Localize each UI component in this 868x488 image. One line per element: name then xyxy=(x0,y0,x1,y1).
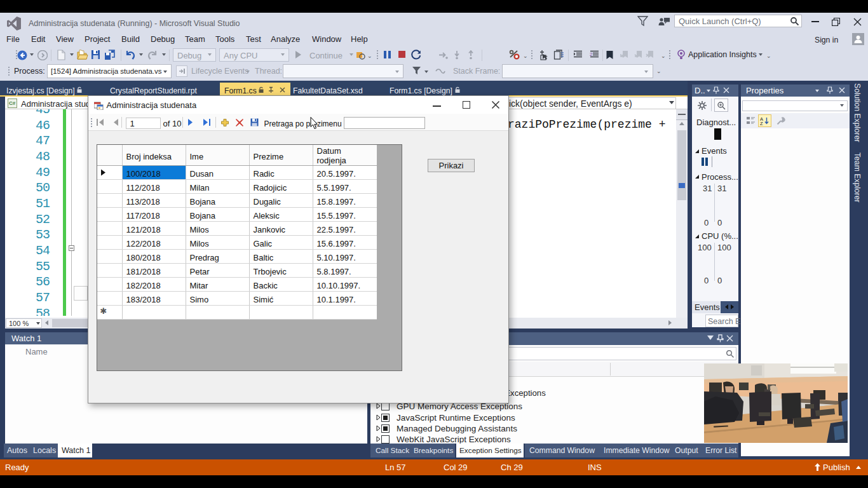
svg-text:Z: Z xyxy=(760,121,763,125)
svg-text:2: 2 xyxy=(590,51,593,57)
